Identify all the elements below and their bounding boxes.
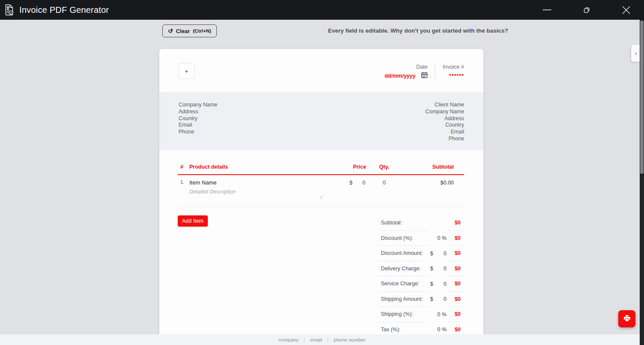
add-logo-button[interactable]: + bbox=[179, 63, 194, 79]
total-row-shipping-pct: Shipping (%): 0 % $0 bbox=[378, 307, 464, 322]
total-input-cell: 0 % bbox=[428, 307, 448, 322]
item-price-cell: $ 0 bbox=[348, 180, 369, 186]
col-header-subtotal: Subtotal bbox=[399, 164, 464, 170]
total-row-discount-amount: Discount Amount: $ 0 $0 bbox=[378, 246, 464, 261]
plus-icon: + bbox=[185, 68, 188, 75]
currency-symbol: $ bbox=[430, 266, 433, 272]
print-button[interactable] bbox=[618, 310, 635, 327]
footer-phone-field[interactable]: phone number bbox=[334, 337, 365, 342]
date-row: dd/mm/yyyy bbox=[385, 72, 428, 80]
currency-symbol: $ bbox=[349, 180, 352, 186]
app-title: Invoice PDF Generator bbox=[19, 5, 109, 15]
company-phone-field[interactable]: Phone bbox=[179, 129, 217, 136]
client-name-field[interactable]: Client Name bbox=[425, 102, 464, 109]
item-price-input[interactable]: 0 bbox=[362, 180, 365, 186]
client-phone-field[interactable]: Phone bbox=[425, 136, 464, 142]
clear-button-shortcut: (Ctrl+N) bbox=[193, 28, 211, 33]
titlebar: Invoice PDF Generator bbox=[0, 0, 644, 20]
date-block: Date dd/mm/yyyy bbox=[385, 64, 428, 80]
total-value-input[interactable]: 0 bbox=[444, 266, 447, 272]
total-label: Subtotal: bbox=[378, 215, 428, 231]
client-company-field[interactable]: Company Name bbox=[425, 109, 464, 115]
col-header-price: Price bbox=[348, 164, 369, 170]
currency-symbol: $ bbox=[430, 251, 433, 257]
minimize-button[interactable] bbox=[537, 0, 557, 20]
total-row-subtotal: Subtotal: $0 bbox=[378, 215, 464, 231]
item-index: 1. bbox=[178, 179, 189, 185]
scrollbar-thumb[interactable] bbox=[640, 21, 644, 174]
total-amount: $0 bbox=[448, 261, 464, 277]
total-label: Shipping (%): bbox=[378, 307, 428, 322]
company-name-field[interactable]: Company Name bbox=[179, 102, 217, 109]
clear-button-label: Clear bbox=[176, 28, 190, 34]
date-input[interactable]: dd/mm/yyyy bbox=[385, 73, 416, 79]
refresh-icon: ↺ bbox=[168, 28, 173, 34]
total-value-input[interactable]: 0 % bbox=[437, 327, 447, 333]
total-row-delivery-charge: Delivery Charge: $ 0 $0 bbox=[378, 261, 464, 277]
client-info: Client Name Company Name Address Country… bbox=[425, 102, 464, 150]
currency-symbol: $ bbox=[430, 296, 433, 302]
item-name-input[interactable]: Item Name bbox=[189, 179, 348, 186]
restore-button[interactable] bbox=[577, 0, 596, 20]
total-value-input[interactable]: 0 bbox=[444, 281, 447, 287]
item-subtotal-value: $0.00 bbox=[399, 180, 464, 186]
total-label: Tax (%): bbox=[378, 322, 428, 335]
chevron-left-icon: ‹ bbox=[635, 50, 637, 57]
resize-corner-icon[interactable] bbox=[319, 193, 323, 201]
item-qty-input[interactable]: 0 bbox=[369, 180, 399, 186]
total-row-tax-pct: Tax (%): 0 % $0 bbox=[378, 322, 464, 335]
close-button[interactable] bbox=[616, 0, 636, 20]
client-address-field[interactable]: Address bbox=[425, 115, 464, 122]
footer-email-field[interactable]: email bbox=[310, 337, 322, 342]
total-amount: $0 bbox=[448, 215, 464, 231]
client-email-field[interactable]: Email bbox=[425, 129, 464, 136]
add-item-button[interactable]: Add Item bbox=[178, 215, 208, 227]
printer-icon bbox=[623, 315, 631, 323]
total-input-cell: $ 0 bbox=[428, 292, 448, 307]
client-country-field[interactable]: Country bbox=[425, 122, 464, 129]
item-row: 1. Item Name $ 0 0 $0.00 Detailed Descri… bbox=[178, 175, 464, 207]
invoice-number-block: Invoice # ****** bbox=[443, 64, 464, 80]
table-actions: Add Item Subtotal: $0 Discount (%): bbox=[178, 215, 464, 334]
total-label: Discount (%): bbox=[378, 231, 428, 246]
invoice-meta: Date dd/mm/yyyy bbox=[385, 64, 464, 80]
clear-button[interactable]: ↺ Clear (Ctrl+N) bbox=[162, 24, 217, 37]
company-email-field[interactable]: Email bbox=[179, 122, 217, 129]
footer-divider: | bbox=[327, 337, 328, 342]
invoice-number-label: Invoice # bbox=[443, 64, 464, 70]
col-header-details: Product details bbox=[189, 164, 348, 170]
currency-symbol: $ bbox=[430, 281, 433, 287]
col-header-qty: Qty. bbox=[369, 164, 399, 170]
col-header-index: # bbox=[178, 164, 189, 170]
invoice-footer: company | email | phone number bbox=[0, 334, 644, 345]
invoice-document-icon bbox=[4, 4, 14, 16]
company-country-field[interactable]: Country bbox=[179, 115, 217, 122]
calendar-icon[interactable] bbox=[421, 72, 428, 80]
invoice-number-input[interactable]: ****** bbox=[449, 73, 464, 79]
company-address-field[interactable]: Address bbox=[179, 109, 217, 115]
total-label: Delivery Charge: bbox=[378, 261, 428, 277]
total-row-shipping-amount: Shipping Amount: $ 0 $0 bbox=[378, 292, 464, 307]
footer-company-field[interactable]: company bbox=[279, 337, 299, 342]
total-label: Shipping Amount: bbox=[378, 292, 428, 307]
total-label: Service Charge: bbox=[378, 276, 428, 292]
total-input-cell: $ 0 bbox=[428, 276, 448, 292]
total-value-input[interactable]: 0 bbox=[444, 296, 447, 302]
totals-panel: Subtotal: $0 Discount (%): 0 % bbox=[378, 215, 464, 334]
total-amount: $0 bbox=[448, 307, 464, 322]
app-window: Invoice PDF Generator ↺ Clear (Ctrl+N) E… bbox=[0, 0, 644, 345]
company-info: Company Name Address Country Email Phone bbox=[179, 102, 217, 150]
total-input-cell: 0 % bbox=[428, 231, 448, 246]
total-value-input[interactable]: 0 % bbox=[437, 235, 447, 241]
item-description-input[interactable]: Detailed Description bbox=[189, 189, 321, 198]
side-panel-toggle[interactable]: ‹ bbox=[631, 45, 641, 62]
footer-divider: | bbox=[304, 337, 305, 342]
total-value-input[interactable]: 0 % bbox=[437, 312, 447, 318]
window-controls bbox=[537, 0, 636, 20]
scrollbar-track[interactable] bbox=[640, 20, 644, 345]
total-input-cell: $ 0 bbox=[428, 246, 448, 261]
total-value-input[interactable]: 0 bbox=[444, 251, 447, 257]
total-amount: $0 bbox=[448, 246, 464, 261]
total-row-discount-pct: Discount (%): 0 % $0 bbox=[378, 231, 464, 246]
invoice-header: + Date dd/mm/yyyy bbox=[159, 49, 483, 92]
